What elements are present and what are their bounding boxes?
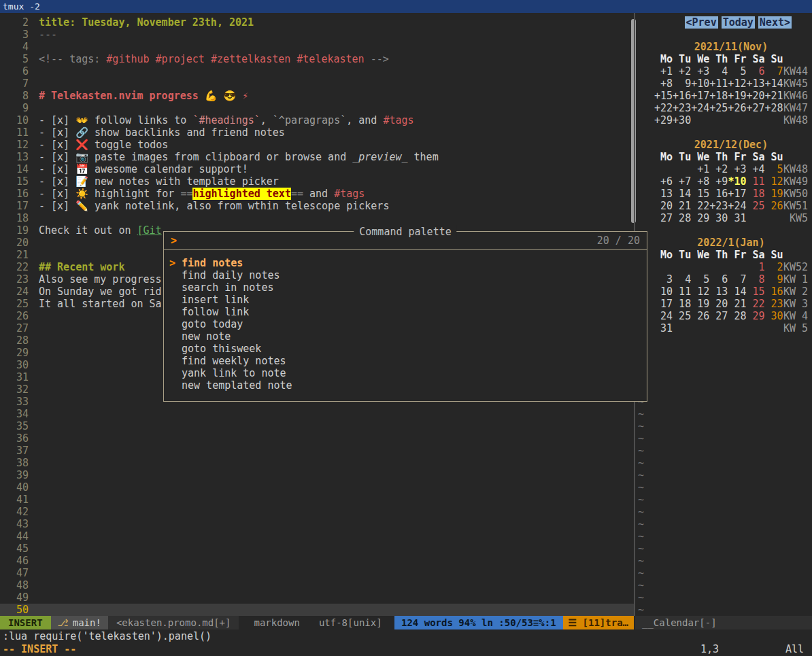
command-palette: Command palette > 20 / 20 >find notes fi… <box>163 231 647 402</box>
calendar-week-row[interactable]: +1 +2 +3 +4 5KW48 <box>654 163 808 175</box>
editor-line[interactable]: 46 <box>0 555 634 567</box>
editor-line[interactable]: 44 <box>0 530 634 542</box>
calendar-next-button[interactable]: Next> <box>758 16 792 29</box>
calendar-week-row[interactable]: +22+23+24+25+26+27+28KW47 <box>654 102 808 114</box>
editor-line[interactable]: 40 <box>0 481 634 494</box>
calendar-week-row[interactable]: +8 9+10+11+12+13+14KW45 <box>654 77 808 90</box>
line-number: 38 <box>0 457 29 469</box>
calendar-week-row[interactable]: 10 11 12 13 14 15 16KW 2 <box>654 286 808 298</box>
editor-line[interactable]: 14- [x] 📅 awesome calendar support! <box>0 163 634 175</box>
editor-line[interactable]: 47 <box>0 567 634 579</box>
line-number: 44 <box>0 530 29 542</box>
editor-line[interactable]: 12- [x] ❌ toggle todos <box>0 139 634 151</box>
line-number: 37 <box>0 445 29 457</box>
palette-item[interactable]: new note <box>164 330 647 343</box>
line-number: 26 <box>0 310 29 322</box>
editor-line[interactable]: 13- [x] 📷 paste images from clipboard or… <box>0 151 634 163</box>
calendar-weekday-header: Mo Tu We Th Fr Sa Su <box>654 249 808 261</box>
editor-line[interactable]: 17- [x] ✏️ yank notelink, also from wthi… <box>0 200 634 212</box>
week-number: KW48 <box>783 163 808 175</box>
calendar-week-row[interactable]: +15+16+17+18+19+20+21KW46 <box>654 90 808 102</box>
editor-line[interactable]: 43 <box>0 518 634 530</box>
command-line[interactable]: :lua require('telekasten').panel() <box>0 629 812 643</box>
editor-line[interactable]: 10- [x] 👐 follow links to `#headings`, `… <box>0 114 634 126</box>
empty-line-tilde: ~ <box>638 445 792 457</box>
editor-line[interactable]: 50 <box>0 604 634 616</box>
line-number: 30 <box>0 359 29 371</box>
palette-item[interactable]: find daily notes <box>164 269 647 281</box>
week-number: KW50 <box>783 188 808 200</box>
editor-line[interactable]: 2title: Tuesday, November 23th, 2021 <box>0 16 634 29</box>
editor-line[interactable]: 8# Telekasten.nvim progress 💪 😎 ⚡ <box>0 90 634 102</box>
palette-item[interactable]: new templated note <box>164 379 647 392</box>
editor-line[interactable]: 35 <box>0 420 634 432</box>
week-number: KW 2 <box>783 286 808 298</box>
calendar-today-button[interactable]: Today <box>722 16 755 29</box>
calendar-week-row[interactable]: 20 21 22+23+24 25 26KW51 <box>654 200 808 212</box>
palette-item[interactable]: goto thisweek <box>164 343 647 355</box>
line-number: 15 <box>0 175 29 188</box>
editor-line[interactable]: 3--- <box>0 29 634 41</box>
line-number: 36 <box>0 432 29 445</box>
calendar-week-row[interactable]: 31KW 5 <box>654 322 808 334</box>
palette-item[interactable]: search in notes <box>164 281 647 294</box>
editor-line[interactable]: 45 <box>0 542 634 555</box>
week-number: KW49 <box>783 175 808 188</box>
week-number: KW 1 <box>783 273 808 286</box>
calendar-prev-button[interactable]: <Prev <box>685 16 718 29</box>
editor-line[interactable]: 42 <box>0 506 634 518</box>
calendar-week-row[interactable]: +6 +7 +8 +9*10 11 12KW49 <box>654 175 808 188</box>
calendar-weekday-header: Mo Tu We Th Fr Sa Su <box>654 53 808 65</box>
editor-line[interactable]: 34 <box>0 408 634 420</box>
line-number: 48 <box>0 579 29 591</box>
editor-line[interactable]: 38 <box>0 457 634 469</box>
empty-line-tilde: ~ <box>638 457 792 469</box>
line-number: 35 <box>0 420 29 432</box>
line-number: 45 <box>0 542 29 555</box>
calendar-week-row[interactable]: +1 +2 +3 4 5 6 7KW44 <box>654 65 808 77</box>
calendar-week-row[interactable]: 17 18 19 20 21 22 23KW 3 <box>654 298 808 310</box>
palette-item[interactable]: yank link to note <box>164 367 647 379</box>
palette-item[interactable]: find weekly notes <box>164 355 647 367</box>
calendar-week-row[interactable]: 1 2KW52 <box>654 261 808 273</box>
line-number: 7 <box>0 77 29 90</box>
editor-line[interactable]: 37 <box>0 445 634 457</box>
calendar-weekday-header: Mo Tu We Th Fr Sa Su <box>654 151 808 163</box>
editor-line[interactable]: 36 <box>0 432 634 445</box>
palette-item[interactable]: follow link <box>164 306 647 318</box>
week-number: KW 5 <box>783 322 808 334</box>
empty-line-tilde: ~ <box>638 396 792 408</box>
palette-item[interactable]: >find notes <box>164 257 647 269</box>
editor-line[interactable]: 5<!-- tags: #github #project #zettelkast… <box>0 53 634 65</box>
editor-line[interactable]: 49 <box>0 591 634 604</box>
empty-line-tilde: ~ <box>638 420 792 432</box>
line-number: 39 <box>0 469 29 481</box>
line-number: 9 <box>0 102 29 114</box>
editor-line[interactable]: 11- [x] 🔗 show backlinks and friend note… <box>0 126 634 139</box>
calendar-week-row[interactable]: 24 25 26 27 28 29 30KW 4 <box>654 310 808 322</box>
editor-line[interactable]: 9 <box>0 102 634 114</box>
editor-line[interactable]: 18 <box>0 212 634 224</box>
editor-line[interactable]: 4 <box>0 41 634 53</box>
palette-input[interactable]: > 20 / 20 <box>164 232 647 250</box>
editor-line[interactable]: 7 <box>0 77 634 90</box>
calendar-week-row[interactable]: 13 14 15 16+17 18 19KW50 <box>654 188 808 200</box>
line-number: 33 <box>0 396 29 408</box>
line-number: 28 <box>0 334 29 347</box>
editor-line[interactable]: 39 <box>0 469 634 481</box>
editor-line[interactable]: 48 <box>0 579 634 591</box>
editor-line[interactable]: 15- [x] 📝 new notes with template picker <box>0 175 634 188</box>
editor-line[interactable]: 6 <box>0 65 634 77</box>
editor-line[interactable]: 16- [x] ☀️ highlight for ==highlighted t… <box>0 188 634 200</box>
line-number: 5 <box>0 53 29 65</box>
palette-item[interactable]: insert link <box>164 294 647 306</box>
calendar-week-row[interactable]: 27 28 29 30 31KW5 <box>654 212 808 224</box>
empty-line-tilde: ~ <box>638 518 792 530</box>
calendar-week-row[interactable]: 3 4 5 6 7 8 9KW 1 <box>654 273 808 286</box>
palette-item[interactable]: goto today <box>164 318 647 330</box>
week-number: KW45 <box>783 77 808 90</box>
calendar-week-row[interactable]: +29+30KW48 <box>654 114 808 126</box>
editor-line[interactable]: 41 <box>0 494 634 506</box>
buffer-indicator[interactable]: ☰ [11]tra… <box>563 616 634 629</box>
calendar-month-title: 2022/1(Jan) <box>654 237 808 249</box>
